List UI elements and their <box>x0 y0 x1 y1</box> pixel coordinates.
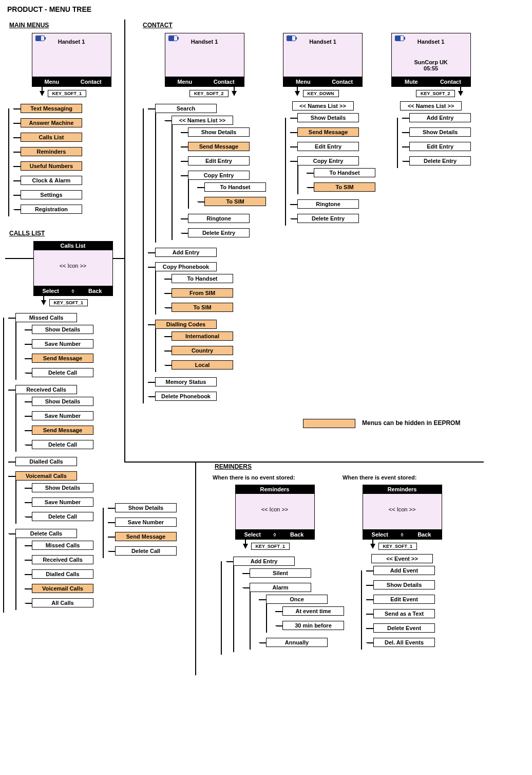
menu-item[interactable]: At event time <box>282 606 344 616</box>
menu-item[interactable]: Reminders <box>21 147 82 156</box>
menu-item[interactable]: Delete Event <box>373 623 435 633</box>
menu-item[interactable]: To SIM <box>204 197 266 206</box>
softkey-right[interactable]: Contact <box>323 79 363 85</box>
menu-item[interactable]: Add Entry <box>155 248 217 257</box>
menu-item[interactable]: Alarm <box>250 583 311 592</box>
key-label: KEY_SOFT_1 <box>251 543 290 550</box>
softkey-left[interactable]: Menu <box>32 79 72 85</box>
menu-item[interactable]: Voicemail Calls <box>32 584 93 593</box>
menu-item[interactable]: Show Details <box>115 503 177 512</box>
menu-item[interactable]: Add Entry <box>409 113 471 122</box>
menu-item[interactable]: Once <box>266 595 328 604</box>
menu-item[interactable]: Dialling Codes <box>155 320 217 329</box>
heading-contact: CONTACT <box>143 22 488 29</box>
menu-item[interactable]: Copy Phonebook <box>155 262 217 271</box>
menu-item[interactable]: Show Details <box>32 397 93 406</box>
softkey-right[interactable]: Back <box>407 531 442 538</box>
menu-item[interactable]: Show Details <box>373 580 435 589</box>
menu-item[interactable]: To SIM <box>314 182 375 192</box>
menu-item[interactable]: 30 min before <box>282 621 344 630</box>
menu-item[interactable]: Delete Calls <box>15 529 77 538</box>
menu-item[interactable]: Silent <box>250 568 311 578</box>
menu-item[interactable]: Answer Machine <box>21 118 82 127</box>
softkey-left[interactable]: Menu <box>283 79 323 85</box>
softkey-right[interactable]: Contact <box>431 79 470 85</box>
softkey-left[interactable]: Menu <box>165 79 205 85</box>
menu-item[interactable]: Settings <box>21 190 82 199</box>
menu-item[interactable]: Delete Call <box>32 512 93 521</box>
menu-item[interactable]: Send Message <box>297 127 359 137</box>
menu-item[interactable]: Search <box>155 104 217 113</box>
menu-item[interactable]: To Handset <box>172 274 233 283</box>
menu-item[interactable]: Registration <box>21 205 82 214</box>
menu-item[interactable]: Edit Entry <box>297 142 359 151</box>
menu-item[interactable]: Copy Entry <box>188 171 250 180</box>
menu-item[interactable]: Save Number <box>32 497 93 507</box>
menu-item[interactable]: Save Number <box>115 518 177 527</box>
menu-item[interactable]: To SIM <box>172 303 233 312</box>
menu-item[interactable]: Calls List <box>21 133 82 142</box>
key-label: KEY_SOFT_1 <box>48 90 87 97</box>
menu-item[interactable]: Send Message <box>32 426 93 435</box>
menu-item[interactable]: Useful Numbers <box>21 161 82 171</box>
menu-item[interactable]: Text Messaging <box>21 104 82 113</box>
menu-item[interactable]: Dialled Calls <box>32 569 93 579</box>
menu-item[interactable]: Del. All Events <box>373 638 435 647</box>
menu-item[interactable]: Ringtone <box>188 214 250 223</box>
menu-item[interactable]: Save Number <box>32 339 93 348</box>
menu-item[interactable]: Missed Calls <box>15 313 77 322</box>
menu-item[interactable]: Edit Event <box>373 595 435 604</box>
menu-item[interactable]: Add Event <box>373 566 435 575</box>
menu-item[interactable]: International <box>172 331 233 341</box>
menu-item[interactable]: Show Details <box>297 113 359 122</box>
menu-item[interactable]: Dialled Calls <box>15 457 77 466</box>
softkey-left[interactable]: Select <box>363 531 397 538</box>
menu-item[interactable]: To Handset <box>204 182 266 192</box>
menu-item[interactable]: Ringtone <box>297 199 359 209</box>
menu-item[interactable]: To Handset <box>314 168 375 177</box>
menu-item[interactable]: Send as a Text <box>373 609 435 618</box>
reminders-caption-stored: When there is event stored: <box>343 474 464 481</box>
menu-item[interactable]: Annually <box>266 638 328 647</box>
menu-item[interactable]: Save Number <box>32 411 93 420</box>
menu-item[interactable]: Send Message <box>115 532 177 541</box>
phone-reminders-empty: Reminders << Icon >> Select ◊ Back <box>235 485 315 540</box>
menu-item[interactable]: Local <box>172 360 233 370</box>
menu-item[interactable]: Memory Status <box>155 377 217 386</box>
softkey-left[interactable]: Mute <box>392 79 431 85</box>
menu-item[interactable]: Send Message <box>188 142 250 151</box>
menu-item[interactable]: Show Details <box>32 325 93 334</box>
menu-item[interactable]: Received Calls <box>15 385 77 394</box>
menu-item[interactable]: Show Details <box>188 127 250 137</box>
menu-item[interactable]: Edit Entry <box>409 142 471 151</box>
menu-item[interactable]: Voicemail Calls <box>15 471 77 481</box>
menu-item[interactable]: Received Calls <box>32 555 93 564</box>
softkey-right[interactable]: Back <box>78 288 112 294</box>
menu-item[interactable]: Delete Entry <box>409 156 471 165</box>
menu-item[interactable]: Delete Phonebook <box>155 392 217 401</box>
menu-item[interactable]: Add Entry <box>233 557 295 566</box>
key-label: KEY_SOFT_1 <box>49 299 88 306</box>
menu-item[interactable]: Send Message <box>32 354 93 363</box>
menu-item[interactable]: Copy Entry <box>297 156 359 165</box>
menu-item[interactable]: Delete Call <box>32 368 93 377</box>
menu-item[interactable]: Clock & Alarm <box>21 176 82 185</box>
menu-item[interactable]: Delete Call <box>115 546 177 556</box>
menu-item[interactable]: All Calls <box>32 598 93 607</box>
softkey-right[interactable]: Back <box>280 531 314 538</box>
battery-icon <box>168 35 178 41</box>
softkey-right[interactable]: Contact <box>204 79 244 85</box>
softkey-left[interactable]: Select <box>34 288 68 294</box>
menu-item[interactable]: Delete Call <box>32 440 93 449</box>
menu-item[interactable]: Show Details <box>32 483 93 492</box>
menu-item[interactable]: Country <box>172 346 233 355</box>
menu-item[interactable]: Show Details <box>409 127 471 137</box>
menu-item[interactable]: From SIM <box>172 288 233 298</box>
menu-item[interactable]: Delete Entry <box>188 228 250 237</box>
menu-item[interactable]: Edit Entry <box>188 156 250 165</box>
arrow-down-icon <box>40 91 45 96</box>
menu-item[interactable]: Delete Entry <box>297 214 359 223</box>
menu-item[interactable]: Missed Calls <box>32 541 93 550</box>
softkey-right[interactable]: Contact <box>71 79 111 85</box>
softkey-left[interactable]: Select <box>236 531 270 538</box>
